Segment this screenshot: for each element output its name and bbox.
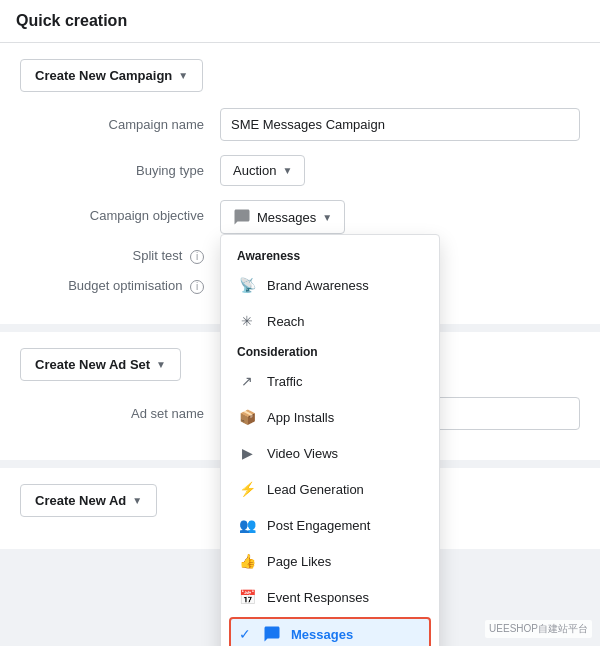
buying-type-dropdown-wrapper: Auction ▼ xyxy=(220,155,305,186)
objective-value: Messages xyxy=(257,210,316,225)
buying-type-label: Buying type xyxy=(20,163,220,178)
selected-checkmark: ✓ xyxy=(239,626,251,642)
video-views-item[interactable]: ▶ Video Views xyxy=(221,435,439,471)
buying-type-row: Buying type Auction ▼ xyxy=(20,155,580,186)
campaign-name-row: Campaign name xyxy=(20,108,580,141)
reach-item[interactable]: ✳ Reach xyxy=(221,303,439,339)
lead-generation-icon: ⚡ xyxy=(237,479,257,499)
post-engagement-icon: 👥 xyxy=(237,515,257,535)
watermark: UEESHOP自建站平台 xyxy=(485,620,592,638)
lead-generation-item[interactable]: ⚡ Lead Generation xyxy=(221,471,439,507)
chevron-down-icon: ▼ xyxy=(132,495,142,506)
brand-awareness-icon: 📡 xyxy=(237,275,257,295)
objective-dropdown[interactable]: Messages ▼ xyxy=(220,200,345,234)
post-engagement-label: Post Engagement xyxy=(267,518,370,533)
create-ad-button[interactable]: Create New Ad ▼ xyxy=(20,484,157,517)
page-likes-icon: 👍 xyxy=(237,551,257,571)
split-test-label: Split test i xyxy=(20,248,220,264)
objective-dropdown-wrapper: Messages ▼ Awareness 📡 Brand Awareness ✳… xyxy=(220,200,345,234)
app-installs-icon: 📦 xyxy=(237,407,257,427)
traffic-icon: ↗ xyxy=(237,371,257,391)
event-responses-item[interactable]: 📅 Event Responses xyxy=(221,579,439,615)
objective-dropdown-menu: Awareness 📡 Brand Awareness ✳ Reach Cons… xyxy=(220,234,440,646)
campaign-section: Create New Campaign ▼ Campaign name Buyi… xyxy=(0,43,600,332)
adset-name-label: Ad set name xyxy=(20,406,220,421)
app-installs-item[interactable]: 📦 App Installs xyxy=(221,399,439,435)
create-ad-label: Create New Ad xyxy=(35,493,126,508)
chevron-down-icon: ▼ xyxy=(178,70,188,81)
split-test-info-icon[interactable]: i xyxy=(190,250,204,264)
campaign-name-input[interactable] xyxy=(220,108,580,141)
chevron-down-icon: ▼ xyxy=(156,359,166,370)
consideration-header: Consideration xyxy=(221,339,439,363)
lead-generation-label: Lead Generation xyxy=(267,482,364,497)
budget-optimisation-info-icon[interactable]: i xyxy=(190,280,204,294)
post-engagement-item[interactable]: 👥 Post Engagement xyxy=(221,507,439,543)
campaign-objective-row: Campaign objective Messages ▼ Awareness … xyxy=(20,200,580,234)
buying-type-value: Auction xyxy=(233,163,276,178)
create-campaign-label: Create New Campaign xyxy=(35,68,172,83)
brand-awareness-item[interactable]: 📡 Brand Awareness xyxy=(221,267,439,303)
traffic-item[interactable]: ↗ Traffic xyxy=(221,363,439,399)
messages-item[interactable]: ✓ Messages xyxy=(229,617,431,646)
page-likes-label: Page Likes xyxy=(267,554,331,569)
event-responses-icon: 📅 xyxy=(237,587,257,607)
chevron-down-icon: ▼ xyxy=(282,165,292,176)
event-responses-label: Event Responses xyxy=(267,590,369,605)
video-views-label: Video Views xyxy=(267,446,338,461)
campaign-name-label: Campaign name xyxy=(20,117,220,132)
page-likes-item[interactable]: 👍 Page Likes xyxy=(221,543,439,579)
awareness-header: Awareness xyxy=(221,243,439,267)
video-views-icon: ▶ xyxy=(237,443,257,463)
messages-selected-icon xyxy=(263,625,281,643)
reach-label: Reach xyxy=(267,314,305,329)
budget-optimisation-label: Budget optimisation i xyxy=(20,278,220,294)
campaign-objective-label: Campaign objective xyxy=(20,200,220,223)
create-campaign-button[interactable]: Create New Campaign ▼ xyxy=(20,59,203,92)
buying-type-dropdown[interactable]: Auction ▼ xyxy=(220,155,305,186)
traffic-label: Traffic xyxy=(267,374,302,389)
messages-icon xyxy=(233,208,251,226)
chevron-down-icon: ▼ xyxy=(322,212,332,223)
messages-label: Messages xyxy=(291,627,353,642)
page-title: Quick creation xyxy=(0,0,600,43)
create-adset-label: Create New Ad Set xyxy=(35,357,150,372)
brand-awareness-label: Brand Awareness xyxy=(267,278,369,293)
app-installs-label: App Installs xyxy=(267,410,334,425)
reach-icon: ✳ xyxy=(237,311,257,331)
create-adset-button[interactable]: Create New Ad Set ▼ xyxy=(20,348,181,381)
